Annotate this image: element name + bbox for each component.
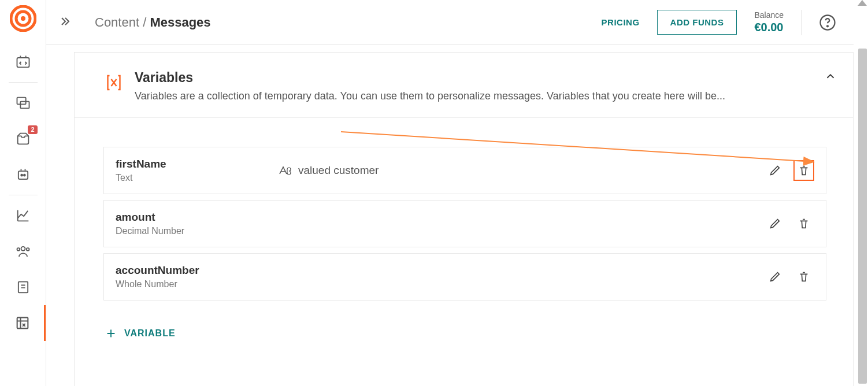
- add-funds-button[interactable]: ADD FUNDS: [657, 10, 737, 35]
- edit-variable-button[interactable]: [765, 160, 785, 181]
- sidebar-item-conversations[interactable]: [1, 85, 46, 121]
- variable-row: firstNameTextvalued customer: [103, 147, 826, 194]
- delete-variable-button[interactable]: [793, 160, 814, 181]
- svg-rect-5: [20, 102, 29, 109]
- sidebar-item-people[interactable]: [1, 233, 46, 269]
- svg-point-11: [26, 248, 29, 251]
- svg-point-2: [21, 16, 25, 21]
- svg-point-10: [17, 248, 20, 251]
- breadcrumb-parent: Content /: [95, 15, 146, 29]
- plus-icon: [105, 327, 117, 340]
- svg-point-15: [827, 25, 828, 27]
- variable-row: accountNumberWhole Number: [103, 253, 826, 300]
- svg-rect-12: [18, 282, 27, 293]
- variable-name: amount: [116, 211, 277, 224]
- svg-point-7: [21, 175, 23, 176]
- scroll-thumb[interactable]: [858, 49, 867, 384]
- section-title: Variables: [135, 70, 725, 86]
- balance-value: €0.00: [754, 21, 784, 34]
- collapse-section-button[interactable]: [824, 70, 837, 85]
- delete-variable-button[interactable]: [793, 266, 814, 287]
- svg-rect-3: [17, 58, 29, 67]
- variable-type: Whole Number: [116, 279, 277, 290]
- pencil-icon: [769, 217, 781, 230]
- variable-type: Decimal Number: [116, 226, 277, 236]
- text-type-icon: [277, 164, 291, 177]
- sidebar-item-analytics[interactable]: [1, 198, 46, 233]
- pricing-link[interactable]: PRICING: [602, 17, 640, 27]
- variable-value: valued customer: [277, 164, 379, 177]
- expand-sidebar-icon[interactable]: [58, 14, 72, 31]
- scroll-up-arrow[interactable]: [858, 0, 867, 6]
- svg-point-8: [23, 175, 25, 176]
- app-logo[interactable]: [9, 5, 37, 32]
- topbar: Content / Messages PRICING ADD FUNDS Bal…: [46, 0, 854, 45]
- section-description: Variables are a collection of temporary …: [135, 89, 725, 103]
- trash-icon: [797, 217, 810, 230]
- variables-list: firstNameTextvalued customeramountDecima…: [75, 118, 853, 342]
- variable-name: firstName: [116, 158, 277, 170]
- trash-icon: [797, 164, 810, 177]
- help-icon[interactable]: [819, 14, 836, 31]
- breadcrumb: Content / Messages: [95, 15, 211, 30]
- variable-row: amountDecimal Number: [103, 200, 826, 247]
- balance-label: Balance: [754, 10, 784, 20]
- delete-variable-button[interactable]: [793, 213, 814, 234]
- variable-name: accountNumber: [116, 264, 277, 277]
- edit-variable-button[interactable]: [765, 266, 785, 287]
- add-variable-button[interactable]: VARIABLE: [105, 327, 176, 340]
- section-header: Variables Variables are a collection of …: [75, 53, 853, 118]
- svg-rect-4: [17, 98, 25, 105]
- inbox-badge: 2: [28, 125, 37, 134]
- sidebar-item-bot[interactable]: [1, 157, 46, 192]
- sidebar-item-docs[interactable]: [1, 269, 46, 305]
- svg-rect-13: [17, 318, 28, 329]
- sidebar: 2: [0, 0, 46, 386]
- add-variable-label: VARIABLE: [124, 328, 176, 339]
- sidebar-item-code[interactable]: [1, 44, 46, 80]
- balance-block: Balance €0.00: [754, 10, 784, 34]
- main-panel: Variables Variables are a collection of …: [74, 52, 854, 386]
- pencil-icon: [769, 164, 781, 177]
- pencil-icon: [769, 270, 781, 283]
- variable-type: Text: [116, 173, 277, 183]
- sidebar-item-inbox[interactable]: 2: [1, 121, 46, 157]
- variables-icon: [103, 72, 124, 95]
- edit-variable-button[interactable]: [765, 213, 785, 234]
- sidebar-item-content[interactable]: [1, 305, 46, 341]
- trash-icon: [797, 270, 810, 283]
- svg-point-9: [21, 247, 25, 251]
- breadcrumb-current: Messages: [150, 15, 210, 29]
